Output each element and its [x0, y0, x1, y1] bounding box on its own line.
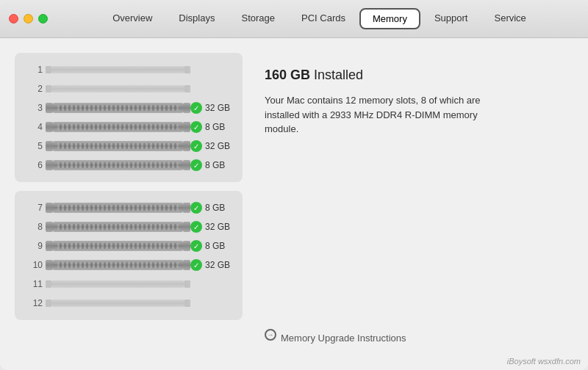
slot-number-12: 12: [26, 298, 43, 308]
tab-storage[interactable]: Storage: [229, 8, 287, 29]
installed-suffix: Installed: [310, 68, 363, 82]
slot-status-4: ✓ 8 GB: [190, 121, 231, 133]
stick-wrapper-6: [53, 160, 183, 170]
ram-stick-8: [53, 222, 183, 232]
slot-cap-left-3: [46, 103, 53, 113]
slot-number-6: 6: [26, 160, 43, 170]
slot-number-1: 1: [26, 65, 43, 75]
slot-group-1: 1 2: [15, 53, 243, 182]
slot-status-9: ✓ 8 GB: [190, 240, 231, 252]
stick-wrapper-12: [51, 298, 184, 308]
maximize-button[interactable]: [38, 14, 48, 23]
slot-number-9: 9: [26, 241, 43, 251]
slot-number-7: 7: [26, 203, 43, 213]
check-icon-6: ✓: [190, 159, 202, 171]
close-button[interactable]: [9, 14, 18, 23]
table-row: 9 ✓ 8 GB: [26, 236, 231, 255]
slot-size-5: 32 GB: [205, 141, 230, 151]
upgrade-instructions-link[interactable]: Memory Upgrade Instructions: [281, 325, 406, 344]
slot-group-2: 7 ✓ 8 GB 8: [15, 191, 243, 320]
check-icon-9: ✓: [190, 240, 202, 252]
stick-wrapper-4: [53, 122, 183, 132]
slot-size-8: 32 GB: [205, 222, 230, 232]
tab-displays[interactable]: Displays: [166, 8, 227, 29]
tab-pci-cards[interactable]: PCI Cards: [289, 8, 358, 29]
check-icon-10: ✓: [190, 259, 202, 271]
traffic-lights: [9, 14, 48, 23]
slot-cap-right-12: [184, 300, 190, 307]
table-row: 12: [26, 294, 231, 313]
memory-description: Your Mac contains 12 memory slots, 8 of …: [265, 93, 500, 137]
slot-cap-right-11: [184, 280, 190, 288]
installed-amount: 160 GB: [265, 68, 310, 82]
ram-stick-5: [53, 141, 183, 151]
slot-cap-left-5: [46, 141, 53, 151]
ram-stick-1: [51, 66, 184, 73]
upgrade-arrow-icon: →: [265, 329, 276, 341]
stick-wrapper-3: [53, 103, 183, 113]
stick-wrapper-5: [53, 141, 183, 151]
stick-wrapper-8: [53, 222, 183, 232]
slot-cap-left-1: [46, 66, 51, 73]
slot-status-6: ✓ 8 GB: [190, 159, 231, 171]
slot-cap-left-8: [46, 222, 53, 232]
slot-size-6: 8 GB: [205, 160, 225, 170]
tab-overview[interactable]: Overview: [100, 8, 165, 29]
tab-support[interactable]: Support: [422, 8, 481, 29]
slot-cap-right-3: [183, 103, 190, 113]
slot-number-5: 5: [26, 141, 43, 151]
slot-cap-right-2: [184, 85, 190, 92]
stick-wrapper-10: [53, 260, 183, 270]
ram-stick-11: [51, 280, 184, 288]
slot-cap-right-7: [183, 203, 190, 213]
ram-stick-3: [53, 103, 183, 113]
tab-bar: Overview Displays Storage PCI Cards Memo…: [60, 8, 579, 29]
slot-cap-left-10: [46, 260, 53, 270]
slot-size-9: 8 GB: [205, 241, 225, 251]
slot-cap-left-11: [46, 280, 51, 288]
slot-cap-right-10: [183, 260, 190, 270]
table-row: 7 ✓ 8 GB: [26, 198, 231, 217]
slot-number-8: 8: [26, 222, 43, 232]
table-row: 2: [26, 79, 231, 98]
slot-status-5: ✓ 32 GB: [190, 140, 231, 152]
slot-cap-left-12: [46, 300, 51, 307]
slot-size-4: 8 GB: [205, 122, 225, 132]
check-icon-8: ✓: [190, 221, 202, 233]
slot-number-11: 11: [26, 279, 43, 289]
table-row: 8 ✓ 32 GB: [26, 217, 231, 236]
slot-cap-left-2: [46, 85, 51, 92]
ram-stick-10: [53, 260, 183, 270]
ram-stick-12: [51, 300, 184, 307]
slot-cap-right-8: [183, 222, 190, 232]
table-row: 11: [26, 275, 231, 294]
stick-wrapper-2: [51, 84, 184, 94]
check-icon-3: ✓: [190, 102, 202, 114]
table-row: 10 ✓ 32 GB: [26, 255, 231, 275]
slot-status-10: ✓ 32 GB: [190, 259, 231, 271]
slots-panel: 1 2: [15, 53, 243, 355]
stick-wrapper-7: [53, 203, 183, 213]
slot-size-10: 32 GB: [205, 260, 230, 270]
slot-status-3: ✓ 32 GB: [190, 102, 231, 114]
installed-title: 160 GB Installed: [265, 68, 573, 83]
ram-stick-9: [53, 241, 183, 251]
slot-number-10: 10: [26, 260, 43, 270]
tab-memory[interactable]: Memory: [359, 8, 420, 29]
slot-number-2: 2: [26, 84, 43, 94]
slot-cap-right-4: [183, 122, 190, 132]
table-row: 1: [26, 60, 231, 79]
table-row: 4 ✓ 8 GB: [26, 117, 231, 137]
minimize-button[interactable]: [24, 14, 33, 23]
check-icon-5: ✓: [190, 140, 202, 152]
stick-wrapper-11: [51, 279, 184, 289]
ram-stick-2: [51, 85, 184, 92]
slot-status-7: ✓ 8 GB: [190, 202, 231, 214]
main-content: 1 2: [0, 38, 588, 370]
slot-size-3: 32 GB: [205, 103, 230, 113]
tab-service[interactable]: Service: [481, 8, 538, 29]
ram-stick-7: [53, 203, 183, 213]
check-icon-7: ✓: [190, 202, 202, 214]
titlebar: Overview Displays Storage PCI Cards Memo…: [0, 0, 588, 38]
slot-cap-left-6: [46, 160, 53, 170]
